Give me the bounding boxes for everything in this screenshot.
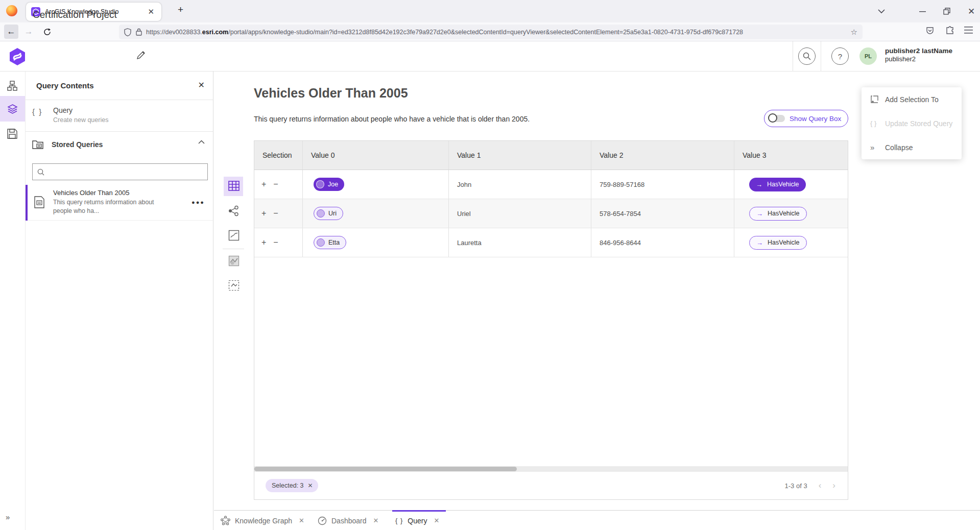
menu-item-update-stored-query[interactable]: { } Update Stored Query [862,111,962,135]
relationship-chip[interactable]: →HasVehicle [749,236,807,250]
url-bar[interactable]: https://dev0028833.esri.com/portal/apps/… [119,25,863,39]
new-tab-button[interactable]: + [178,4,183,15]
map-overview-icon[interactable] [228,255,240,267]
tab-dashboard[interactable]: Dashboard ✕ [318,511,378,530]
forward-button[interactable]: → [21,25,36,39]
stored-query-description: This query returns information about peo… [53,198,158,215]
new-query-item[interactable]: { } Query Create new queries [26,100,213,132]
column-header[interactable]: Value 2 [591,141,734,170]
column-header[interactable]: Value 1 [449,141,591,170]
entity-chip[interactable]: Joe [314,178,344,191]
panel-close-icon[interactable]: ✕ [198,80,205,90]
firefox-icon[interactable] [6,5,17,16]
column-header[interactable]: Value 0 [303,141,449,170]
search-button[interactable] [798,47,816,65]
tab-close-icon[interactable]: ✕ [434,517,439,524]
add-selection-icon[interactable]: + [261,209,266,218]
stored-queries-title: Stored Queries [52,140,103,149]
panel-title: Query Contents [36,81,94,90]
window-close-button[interactable]: ✕ [963,0,979,22]
avatar[interactable]: PL [859,47,877,65]
remove-selection-icon[interactable]: − [273,209,278,218]
user-username: publisher2 [885,55,952,63]
browser-tab-strip: ArcGIS Knowledge Studio ✕ + ✕ [0,0,980,22]
tab-knowledge-graph[interactable]: Knowledge Graph ✕ [221,511,304,530]
help-button[interactable]: ? [831,47,849,65]
map-view-icon[interactable] [228,230,240,241]
menu-item-collapse[interactable]: » Collapse [862,135,962,159]
scrollbar-thumb[interactable] [254,467,517,471]
table-view-icon[interactable] [228,180,240,191]
search-icon [37,168,44,176]
cell-value: 578-654-7854 [591,199,734,228]
arrow-icon: → [756,181,762,188]
remove-selection-icon[interactable]: − [273,180,278,189]
dashboard-gauge-icon [318,516,327,525]
stored-query-item[interactable]: Vehicles Older Than 2005 This query retu… [26,185,214,221]
bookmark-star-icon[interactable]: ☆ [851,28,857,37]
add-selection-icon[interactable]: + [261,238,266,247]
stored-queries-search-input[interactable] [32,163,208,180]
left-rail [0,71,25,530]
query-contents-panel: Query Contents ✕ { } Query Create new qu… [25,71,213,530]
toggle-knob[interactable] [768,113,777,123]
window-minimize-button[interactable] [914,0,930,22]
selection-extent-icon[interactable] [228,280,240,291]
menu-item-add-selection-to[interactable]: Add Selection To [862,87,962,111]
tab-query[interactable]: { } Query ✕ [395,511,439,530]
reload-button[interactable] [40,25,54,39]
toggle-track[interactable] [770,115,785,122]
tab-close-icon[interactable]: ✕ [299,517,304,524]
show-query-box-toggle[interactable]: Show Query Box [764,110,848,127]
arrow-icon: → [756,239,763,247]
stored-queries-header[interactable]: Stored Queries [26,132,213,158]
column-header[interactable]: Value 3 [734,141,849,170]
knowledge-studio-logo[interactable] [8,47,27,66]
column-header[interactable]: Selection [254,141,303,170]
toggle-label: Show Query Box [790,115,841,123]
pocket-icon[interactable] [925,26,935,35]
expand-panel-icon[interactable]: » [6,513,10,521]
chevron-up-icon[interactable] [198,140,205,144]
tool-divider [223,249,244,249]
entity-dot-icon [317,238,325,247]
new-query-subtitle: Create new queries [53,116,108,124]
tab-close-icon[interactable]: ✕ [146,7,156,16]
entity-dot-icon [317,209,325,218]
back-button[interactable]: ← [4,25,18,39]
hamburger-menu-icon[interactable] [964,27,973,34]
braces-icon: { } [395,517,403,524]
entity-chip[interactable]: Etta [314,236,346,249]
entity-chip[interactable]: Uri [314,207,343,220]
table-row[interactable]: +− Uri Uriel 578-654-7854 →HasVehicle [254,199,848,228]
relationship-chip[interactable]: →HasVehicle [749,207,807,221]
relationship-chip[interactable]: →HasVehicle [749,178,806,191]
table-row[interactable]: +− Joe John 759-889-57168 →HasVehicle [254,170,848,199]
link-analysis-icon[interactable] [228,205,240,216]
horizontal-scrollbar[interactable] [254,466,848,472]
prev-page-icon[interactable]: ‹ [819,480,822,491]
user-info[interactable]: publisher2 lastName publisher2 [885,47,952,63]
save-icon[interactable] [7,129,17,139]
shield-icon[interactable] [124,28,131,36]
folder-icon [32,139,44,150]
layers-icon[interactable] [7,104,18,114]
stored-query-file-icon [34,196,45,208]
page-title: Vehicles Older Than 2005 [254,86,408,101]
selected-count-chip[interactable]: Selected: 3✕ [266,479,318,492]
project-tree-icon[interactable] [7,81,17,91]
extensions-puzzle-icon[interactable] [945,26,954,35]
next-page-icon[interactable]: › [832,480,835,491]
clear-selection-icon[interactable]: ✕ [308,482,313,489]
tab-list-chevron-icon[interactable] [873,0,890,22]
more-options-icon[interactable]: ●●● [192,199,205,205]
window-restore-button[interactable] [939,0,955,22]
edit-pencil-icon[interactable] [136,50,146,60]
selected-indicator-bar [26,185,28,221]
tab-close-icon[interactable]: ✕ [373,517,379,524]
remove-selection-icon[interactable]: − [273,238,278,247]
table-row[interactable]: +− Etta Lauretta 846-956-8644 →HasVehicl… [254,228,848,257]
add-selection-icon[interactable]: + [261,180,266,189]
add-selection-to-icon [870,95,885,104]
lock-icon[interactable] [136,28,142,36]
